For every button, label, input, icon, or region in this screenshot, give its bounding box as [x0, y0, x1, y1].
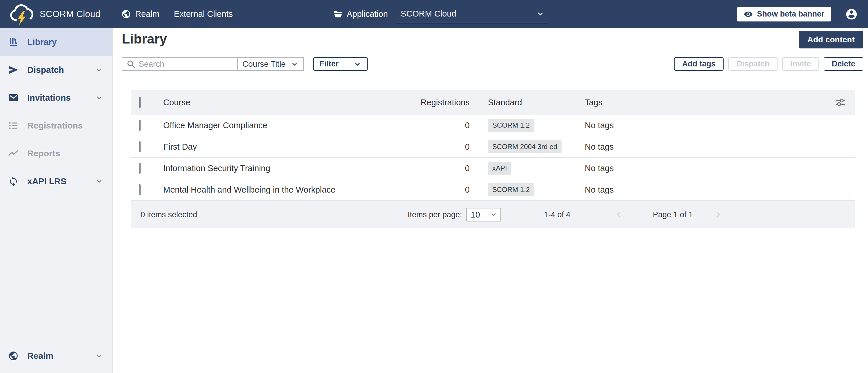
tags-value: No tags: [585, 142, 835, 152]
sync-icon: [8, 176, 19, 186]
tags-value: No tags: [585, 164, 835, 173]
list-icon: [8, 120, 19, 131]
pagination-page: Page 1 of 1: [653, 210, 693, 219]
column-header-standard: Standard: [470, 98, 585, 107]
registrations-count: 0: [412, 142, 470, 152]
library-icon: [8, 37, 19, 47]
filter-button[interactable]: Filter: [313, 57, 368, 71]
sidebar-item-xapi-lrs[interactable]: xAPI LRS: [0, 167, 113, 195]
scorm-cloud-logo-icon: [9, 2, 36, 26]
sidebar-item-label: Realm: [27, 351, 53, 361]
row-checkbox[interactable]: [139, 141, 141, 152]
table-row[interactable]: Office Manager Compliance 0 SCORM 1.2 No…: [131, 115, 855, 136]
items-per-page-label: Items per page:: [408, 210, 462, 219]
chevron-down-icon: [536, 9, 545, 18]
application-label: Application: [347, 9, 388, 19]
sidebar-item-label: xAPI LRS: [27, 176, 66, 186]
course-title: Office Manager Compliance: [163, 121, 412, 130]
pagination-range: 1-4 of 4: [544, 210, 570, 219]
sidebar-item-label: Invitations: [27, 93, 71, 103]
standard-badge: SCORM 1.2: [488, 183, 534, 196]
application-select-value: SCORM Cloud: [401, 9, 456, 19]
column-header-registrations: Registrations: [412, 98, 470, 107]
standard-badge: SCORM 1.2: [488, 119, 534, 132]
delete-button[interactable]: Delete: [824, 57, 863, 71]
search-combo: Course Title: [122, 57, 304, 71]
topbar: SCORM Cloud Realm External Clients Appli…: [0, 0, 868, 28]
main-content: Library Add content Course Title: [113, 28, 868, 373]
send-icon: [8, 65, 19, 75]
realm-value[interactable]: External Clients: [174, 9, 233, 19]
sidebar-item-realm[interactable]: Realm: [0, 342, 113, 370]
search-input[interactable]: [138, 59, 243, 69]
user-avatar[interactable]: [845, 8, 858, 21]
course-title: Information Security Training: [163, 164, 412, 173]
table-row[interactable]: First Day 0 SCORM 2004 3rd ed No tags: [131, 136, 855, 158]
sidebar-item-label: Dispatch: [27, 65, 64, 75]
show-beta-banner-label: Show beta banner: [757, 9, 825, 19]
invite-button: Invite: [782, 57, 819, 71]
search-field-select[interactable]: Course Title: [237, 58, 303, 70]
column-header-tags: Tags: [585, 98, 835, 107]
registrations-count: 0: [412, 185, 470, 195]
sidebar-item-library[interactable]: Library: [0, 28, 113, 56]
chevron-down-icon: [95, 66, 103, 74]
filter-label: Filter: [319, 59, 339, 68]
sidebar-item-label: Library: [27, 37, 57, 47]
search-icon: [126, 59, 136, 69]
row-checkbox[interactable]: [139, 184, 141, 195]
realm-breadcrumb[interactable]: Realm External Clients: [121, 9, 233, 19]
column-header-course: Course: [163, 98, 412, 107]
mail-icon: [8, 92, 19, 103]
chevron-down-icon: [95, 352, 103, 360]
tags-value: No tags: [585, 185, 835, 195]
sidebar-item-dispatch[interactable]: Dispatch: [0, 56, 113, 84]
brand-logo: SCORM Cloud: [9, 2, 100, 26]
table-header-row: Course Registrations Standard Tags: [131, 90, 855, 115]
realm-label: Realm: [135, 9, 159, 19]
chevron-down-icon: [490, 211, 497, 219]
selected-count: 0 items selected: [141, 210, 197, 219]
select-all-checkbox[interactable]: [139, 97, 141, 108]
chevron-down-icon: [95, 177, 103, 185]
sidebar-item-registrations: Registrations: [0, 112, 113, 140]
course-title: Mental Health and Wellbeing in the Workp…: [163, 185, 412, 195]
folder-icon: [333, 9, 343, 19]
sidebar-item-invitations[interactable]: Invitations: [0, 84, 113, 112]
standard-badge: xAPI: [488, 162, 512, 175]
row-checkbox[interactable]: [139, 120, 141, 131]
course-table: Course Registrations Standard Tags Offic…: [131, 90, 855, 228]
course-title: First Day: [163, 142, 412, 152]
sidebar-item-label: Registrations: [27, 121, 83, 131]
add-content-button[interactable]: Add content: [799, 31, 863, 49]
chart-icon: [8, 148, 19, 159]
application-select[interactable]: SCORM Cloud: [396, 5, 548, 23]
column-settings-button[interactable]: [835, 96, 847, 108]
sidebar: Library Dispatch Invitations: [0, 28, 113, 373]
registrations-count: 0: [412, 121, 470, 130]
chevron-down-icon: [290, 60, 299, 68]
page-title: Library: [122, 31, 167, 47]
add-tags-button[interactable]: Add tags: [674, 57, 724, 71]
items-per-page-select[interactable]: 10: [466, 208, 501, 221]
eye-icon: [744, 9, 753, 19]
application-selector-group: Application SCORM Cloud: [333, 5, 548, 23]
search-field-value: Course Title: [242, 59, 285, 69]
dispatch-button: Dispatch: [728, 57, 778, 71]
next-page-button: [714, 210, 722, 219]
tags-value: No tags: [585, 121, 835, 130]
sidebar-item-reports: Reports: [0, 140, 113, 167]
chevron-down-icon: [353, 60, 362, 68]
registrations-count: 0: [412, 164, 470, 173]
table-footer: 0 items selected Items per page: 10 1-4 …: [131, 201, 855, 228]
previous-page-button: [615, 210, 623, 219]
table-row[interactable]: Mental Health and Wellbeing in the Workp…: [131, 179, 855, 201]
show-beta-banner-button[interactable]: Show beta banner: [737, 7, 831, 22]
items-per-page-value: 10: [471, 210, 480, 219]
table-row[interactable]: Information Security Training 0 xAPI No …: [131, 158, 855, 179]
row-checkbox[interactable]: [139, 163, 141, 174]
sidebar-item-label: Reports: [27, 148, 60, 159]
brand-name: SCORM Cloud: [40, 9, 100, 20]
globe-icon: [121, 9, 131, 19]
globe-icon: [8, 351, 19, 361]
